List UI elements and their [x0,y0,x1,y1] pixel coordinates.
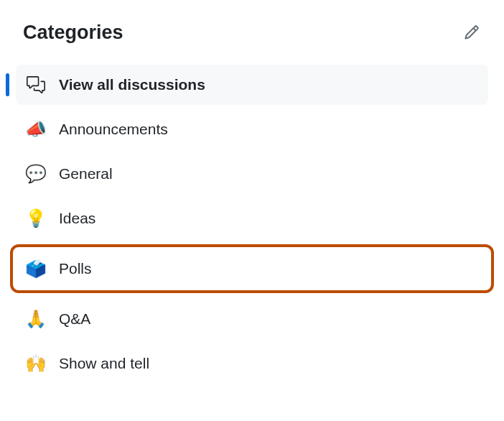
categories-header: Categories [16,20,488,45]
pencil-icon [464,24,480,40]
megaphone-icon: 📣 [26,119,46,139]
category-list: View all discussions 📣 Announcements 💬 G… [16,65,488,384]
lightbulb-icon: 💡 [26,208,46,228]
category-label: View all discussions [59,76,205,93]
category-label: Ideas [59,210,95,227]
category-label: Show and tell [59,355,149,372]
category-label: Announcements [59,121,168,138]
raised-hands-icon: 🙌 [26,353,46,374]
categories-title: Categories [23,22,123,44]
discussions-icon [26,75,46,95]
category-label: Q&A [59,310,90,328]
category-item-polls[interactable]: 🗳️ Polls [16,249,488,289]
category-item-general[interactable]: 💬 General [16,154,488,194]
pray-icon: 🙏 [26,309,46,329]
category-item-ideas[interactable]: 💡 Ideas [16,198,488,239]
category-item-qa[interactable]: 🙏 Q&A [16,299,488,339]
edit-categories-button[interactable] [459,20,484,45]
category-label: General [59,165,113,182]
ballot-box-icon: 🗳️ [26,259,46,279]
category-item-view-all[interactable]: View all discussions [16,65,488,105]
category-item-show-and-tell[interactable]: 🙌 Show and tell [16,343,488,384]
category-item-announcements[interactable]: 📣 Announcements [16,109,488,149]
highlight-box: 🗳️ Polls [10,244,494,293]
category-label: Polls [59,260,92,277]
speech-bubble-icon: 💬 [26,164,46,184]
